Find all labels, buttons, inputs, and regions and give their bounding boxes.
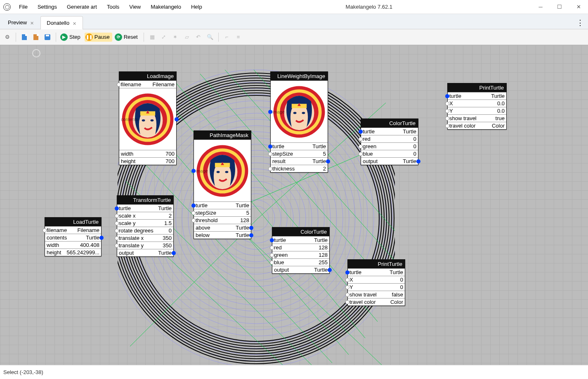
reset-icon: ⟳: [115, 33, 122, 41]
reset-button[interactable]: ⟳ Reset: [114, 33, 140, 42]
node-loadturtle[interactable]: LoadTurtle filenameFilename contentsTurt…: [45, 217, 102, 256]
node-title: ColorTurtle: [272, 227, 329, 236]
node-canvas[interactable]: LoadImage filenameFilename contents widt…: [0, 45, 588, 365]
node-title: LoadImage: [119, 72, 176, 81]
node-colorturtle-1[interactable]: ColorTurtle turtleTurtle red0 green0 blu…: [361, 118, 418, 165]
minimize-button[interactable]: ─: [531, 0, 550, 14]
menu-makelangelo[interactable]: Makelangelo: [146, 0, 186, 13]
node-printturtle-2[interactable]: PrintTurtle turtleTurtle X0 Y0 show trav…: [347, 259, 405, 306]
open-icon[interactable]: [31, 32, 41, 42]
button-label: Pause: [94, 34, 110, 40]
svg-point-68: [293, 112, 297, 114]
node-transformturtle[interactable]: TransformTurtle turtleTurtle scale x2 sc…: [117, 195, 174, 257]
maximize-button[interactable]: ☐: [550, 0, 569, 14]
main-menu: File Settings Generate art Tools View Ma…: [14, 0, 207, 13]
tab-overflow-icon[interactable]: ⋮: [576, 18, 583, 27]
zoom-icon[interactable]: 🔍: [205, 32, 215, 42]
expand-icon[interactable]: ⤢: [159, 32, 169, 42]
tab-label: Preview: [8, 19, 27, 26]
node-colorturtle-2[interactable]: ColorTurtle turtleTurtle red128 green128…: [272, 227, 330, 274]
node-title: PathImageMask: [194, 131, 251, 140]
menu-view[interactable]: View: [124, 0, 146, 13]
app-icon: ◯: [3, 3, 11, 11]
close-icon[interactable]: ✕: [30, 21, 34, 25]
node-title: ColorTurtle: [361, 119, 418, 128]
status-text: Select (-203,-38): [3, 369, 43, 375]
menu-help[interactable]: Help: [186, 0, 207, 13]
node-loadimage[interactable]: LoadImage filenameFilename contents widt…: [119, 71, 177, 165]
node-title: PrintTurtle: [448, 83, 506, 92]
titlebar: ◯ File Settings Generate art Tools View …: [0, 0, 588, 14]
gear-icon[interactable]: ⚙: [2, 32, 12, 42]
svg-point-61: [225, 171, 229, 173]
grid-icon[interactable]: ▦: [147, 32, 157, 42]
node-lineweightbyimage[interactable]: LineWeightByImage image turtleTurtle ste…: [270, 71, 328, 173]
align-left-icon[interactable]: ≡: [234, 32, 243, 42]
tab-bar: Preview ✕ Donatello ✕ ⋮: [0, 14, 588, 29]
svg-point-53: [151, 119, 154, 121]
menu-generate-art[interactable]: Generate art: [62, 0, 102, 13]
button-label: Step: [69, 34, 80, 40]
close-button[interactable]: ✕: [569, 0, 588, 14]
node-title: LoadTurtle: [45, 218, 101, 226]
loading-spinner-icon: [32, 49, 40, 57]
play-icon: ▶: [60, 33, 68, 41]
contract-icon[interactable]: ✶: [170, 32, 180, 42]
status-bar: Select (-203,-38): [0, 365, 588, 379]
menu-file[interactable]: File: [14, 0, 33, 13]
tab-label: Donatello: [47, 20, 69, 26]
pause-button[interactable]: ❚❚ Pause: [85, 33, 112, 42]
save-icon[interactable]: [43, 32, 52, 42]
menu-settings[interactable]: Settings: [33, 0, 62, 13]
svg-point-60: [217, 171, 220, 173]
note-icon[interactable]: ▱: [182, 32, 192, 42]
align-top-icon[interactable]: ⌐: [222, 32, 232, 42]
window-title: Makelangelo 7.62.1: [207, 4, 531, 10]
node-pathimagemask[interactable]: PathImageMask image turtleTurtle stepSiz…: [194, 130, 251, 239]
pause-icon: ❚❚: [85, 33, 93, 41]
menu-tools[interactable]: Tools: [102, 0, 124, 13]
node-title: PrintTurtle: [348, 260, 405, 268]
step-button[interactable]: ▶ Step: [59, 33, 83, 42]
tab-preview[interactable]: Preview ✕: [2, 16, 40, 29]
close-icon[interactable]: ✕: [73, 21, 77, 25]
new-icon[interactable]: [19, 32, 29, 42]
node-printturtle-1[interactable]: PrintTurtle turtleTurtle X0.0 Y0.0 show …: [447, 83, 507, 130]
tab-donatello[interactable]: Donatello ✕: [40, 16, 83, 29]
undo-icon[interactable]: ↶: [194, 32, 203, 42]
button-label: Reset: [124, 34, 138, 40]
node-title: LineWeightByImage: [271, 72, 328, 81]
node-title: TransformTurtle: [117, 196, 173, 204]
svg-point-69: [302, 112, 305, 114]
toolbar: ⚙ ▶ Step ❚❚ Pause ⟳ Reset ▦ ⤢ ✶ ▱ ↶ 🔍 ⌐ …: [0, 29, 588, 45]
svg-point-52: [142, 119, 145, 121]
